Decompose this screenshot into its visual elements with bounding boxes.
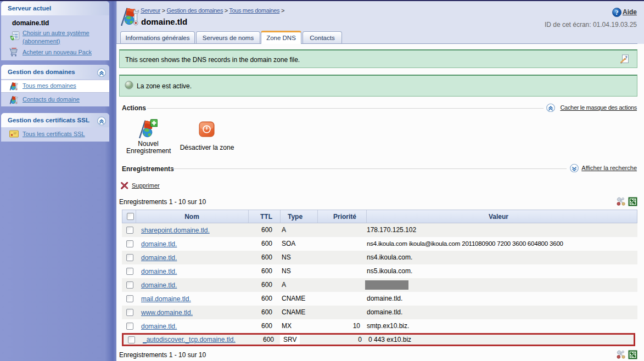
- svg-text:?: ?: [615, 9, 619, 16]
